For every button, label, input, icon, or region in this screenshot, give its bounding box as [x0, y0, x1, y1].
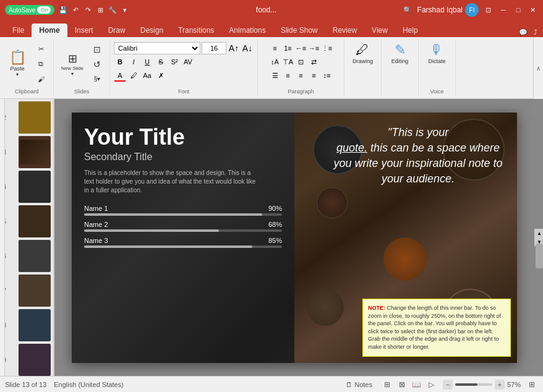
- user-area[interactable]: Farshad Iqbal FI: [417, 3, 479, 17]
- progress-item-2: Name 2 68%: [84, 221, 282, 232]
- italic-button[interactable]: I: [127, 56, 140, 68]
- slide-sorter-button[interactable]: ⊠: [396, 380, 408, 390]
- slide-3-thumb[interactable]: [19, 136, 51, 168]
- font-size-increase-button[interactable]: A↑: [228, 42, 240, 54]
- font-size-input[interactable]: [202, 42, 226, 54]
- numbering-button[interactable]: 1≡: [282, 42, 294, 54]
- underline-button[interactable]: U: [141, 56, 153, 68]
- text-highlight-button[interactable]: 🖊: [127, 69, 140, 82]
- notes-label: Notes: [354, 381, 372, 388]
- paragraph-group: ≡ 1≡ ←≡ →≡ ⋮≡ ↕A ⊤A ⊡ ⇄ ☰ ≡ ≡ ≡ ↕≡: [258, 40, 344, 96]
- paste-button[interactable]: 📋 Paste ▾: [4, 41, 31, 85]
- autosave-toggle[interactable]: AutoSave On: [5, 5, 54, 15]
- tab-review[interactable]: Review: [325, 23, 364, 37]
- normal-view-button[interactable]: ⊞: [381, 380, 393, 390]
- bullets-button[interactable]: ≡: [269, 42, 281, 54]
- reading-view-button[interactable]: 📖: [411, 380, 423, 390]
- shadow-button[interactable]: S²: [168, 56, 181, 68]
- convert-button[interactable]: ⇄: [308, 56, 320, 68]
- ribbon: 📋 Paste ▾ ✂ ⧉ 🖌 Clipboard ⊞ New Slide ▾: [0, 37, 543, 99]
- editing-button[interactable]: ✎ Editing: [389, 41, 411, 66]
- maximize-button[interactable]: □: [513, 5, 523, 15]
- search-button[interactable]: 🔍: [403, 5, 413, 15]
- justify-button[interactable]: ≡: [308, 69, 320, 82]
- share-button[interactable]: ⊡: [484, 5, 494, 15]
- font-color-button[interactable]: A: [114, 69, 126, 82]
- text-align-button[interactable]: ⊤A: [282, 56, 294, 68]
- slide-6-wrapper: 6: [7, 240, 51, 272]
- note-box: NOTE: Change the length of this inner ba…: [362, 299, 511, 357]
- text-dir-button[interactable]: ↕A: [269, 56, 281, 68]
- tab-view[interactable]: View: [364, 23, 395, 37]
- tab-animations[interactable]: Animations: [221, 23, 273, 37]
- comments-button[interactable]: 💬: [518, 27, 528, 37]
- slide-7-thumb[interactable]: [19, 275, 51, 307]
- tab-design[interactable]: Design: [133, 23, 171, 37]
- undo-button[interactable]: ↶: [71, 5, 80, 15]
- copy-button[interactable]: ⧉: [32, 58, 49, 71]
- slide-4-thumb[interactable]: [19, 171, 51, 203]
- dictate-button[interactable]: 🎙 Dictate: [425, 41, 448, 66]
- scroll-up-button[interactable]: ▲: [535, 229, 543, 237]
- tab-transitions[interactable]: Transitions: [171, 23, 221, 37]
- strikethrough-button[interactable]: S: [155, 56, 167, 68]
- decrease-indent-button[interactable]: ←≡: [295, 42, 307, 54]
- slide-layout-button[interactable]: ⊡: [88, 43, 106, 56]
- tab-help[interactable]: Help: [395, 23, 425, 37]
- zoom-slider[interactable]: [455, 383, 492, 386]
- paragraph-label: Paragraph: [288, 87, 314, 95]
- align-center-button[interactable]: ≡: [282, 69, 294, 82]
- format-painter-button[interactable]: 🖌: [32, 72, 49, 86]
- slide-2-wrapper: 2: [7, 101, 51, 134]
- tab-slideshow[interactable]: Slide Show: [273, 23, 325, 37]
- progress-item-3: Name 3 85%: [84, 237, 282, 248]
- text-transform-button[interactable]: Aa: [141, 69, 153, 82]
- columns-button[interactable]: ⋮≡: [321, 42, 333, 54]
- smartart-button[interactable]: ⊡: [295, 56, 307, 68]
- character-spacing-button[interactable]: AV: [182, 56, 194, 68]
- save-button[interactable]: 💾: [58, 5, 68, 15]
- avatar: FI: [465, 3, 479, 17]
- slide-5-thumb[interactable]: [19, 205, 51, 237]
- reset-slide-button[interactable]: ↺: [88, 58, 106, 71]
- fit-slide-button[interactable]: ⊞: [526, 380, 538, 390]
- new-slide-button[interactable]: ⊞ New Slide ▾: [58, 42, 87, 87]
- clear-format-button[interactable]: ✗: [155, 69, 167, 82]
- presentation-mode-button[interactable]: ⊞: [95, 5, 105, 15]
- drawing-button[interactable]: 🖊 Drawing: [350, 41, 375, 66]
- share-ribbon-button[interactable]: ⤴: [531, 27, 541, 37]
- slide-2-thumb[interactable]: [19, 101, 51, 134]
- close-button[interactable]: ✕: [528, 5, 538, 15]
- notes-button[interactable]: 🗒 Notes: [342, 380, 376, 390]
- slide-9-thumb[interactable]: [19, 344, 51, 376]
- cut-button[interactable]: ✂: [32, 43, 49, 56]
- zoom-out-button[interactable]: −: [443, 380, 453, 390]
- progress-value-2: 68%: [268, 221, 282, 228]
- zoom-in-button[interactable]: +: [495, 380, 505, 390]
- align-left-button[interactable]: ☰: [269, 69, 281, 82]
- slideshow-button[interactable]: ▷: [425, 380, 438, 390]
- slide-6-thumb[interactable]: [19, 240, 51, 272]
- bold-button[interactable]: B: [114, 56, 126, 68]
- scroll-thumb[interactable]: [536, 244, 543, 268]
- titlebar: AutoSave On 💾 ↶ ↷ ⊞ 🔧 ▾ food... 🔍 Farsha…: [0, 0, 543, 20]
- slide-canvas[interactable]: Your Title Secondary Title This is a pla…: [72, 113, 517, 363]
- tab-draw[interactable]: Draw: [101, 23, 133, 37]
- slide-8-thumb[interactable]: [19, 309, 51, 341]
- more-tools-button[interactable]: 🔧: [108, 5, 118, 15]
- tab-file[interactable]: File: [5, 23, 32, 37]
- tab-insert[interactable]: Insert: [67, 23, 101, 37]
- ribbon-collapse-button[interactable]: ∧: [533, 37, 543, 99]
- increase-indent-button[interactable]: →≡: [308, 42, 320, 54]
- minimize-button[interactable]: ─: [498, 5, 508, 15]
- line-spacing-button[interactable]: ↕≡: [321, 69, 333, 82]
- font-size-decrease-button[interactable]: A↓: [241, 42, 254, 54]
- customize-button[interactable]: ▾: [120, 5, 130, 15]
- align-right-button[interactable]: ≡: [295, 69, 307, 82]
- statusbar-right: 🗒 Notes ⊞ ⊠ 📖 ▷ − + 57% ⊞: [342, 380, 538, 390]
- redo-button[interactable]: ↷: [83, 5, 93, 15]
- section-button[interactable]: §▾: [88, 72, 106, 86]
- tab-home[interactable]: Home: [32, 23, 67, 37]
- font-family-select[interactable]: Calibri: [114, 42, 200, 54]
- progress-section: Name 1 90% Name 2 68%: [84, 205, 282, 248]
